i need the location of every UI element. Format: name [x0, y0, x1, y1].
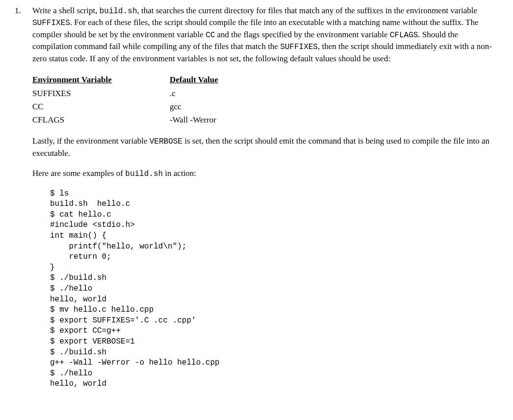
inline-code: SUFFIXES — [280, 43, 318, 51]
env-row: SUFFIXES .c — [32, 87, 498, 100]
text: and the flags specified by the environme… — [215, 30, 389, 39]
inline-code: VERBOSE — [150, 137, 182, 146]
env-default: .c — [170, 87, 498, 100]
inline-code: build.sh — [125, 170, 163, 178]
env-default: -Wall -Werror — [170, 113, 498, 126]
text: Write a shell script, — [32, 6, 100, 15]
text: Here are some examples of — [32, 169, 125, 178]
paragraph-3: Here are some examples of build.sh in ac… — [32, 168, 498, 179]
env-header-variable: Environment Variable — [32, 73, 170, 86]
env-header-default: Default Value — [170, 73, 498, 86]
env-row: CFLAGS -Wall -Werror — [32, 113, 498, 126]
env-name: CC — [32, 100, 170, 113]
code-example: $ ls build.sh hello.c $ cat hello.c #inc… — [50, 189, 498, 390]
env-name: CFLAGS — [32, 113, 170, 126]
inline-code: build.sh — [100, 7, 137, 16]
question-body: Write a shell script, build.sh, that sea… — [32, 5, 498, 390]
env-header-row: Environment Variable Default Value — [32, 73, 498, 86]
question-block: 1. Write a shell script, build.sh, that … — [15, 5, 498, 390]
paragraph-2: Lastly, if the environment variable VERB… — [32, 135, 498, 159]
inline-code: SUFFIXES — [32, 19, 70, 27]
inline-code: CFLAGS — [390, 31, 418, 40]
env-table: Environment Variable Default Value SUFFI… — [32, 73, 498, 126]
env-default: gcc — [170, 100, 498, 113]
text: Lastly, if the environment variable — [32, 136, 150, 146]
inline-code: CC — [205, 31, 215, 40]
paragraph-1: Write a shell script, build.sh, that sea… — [32, 5, 498, 64]
question-number: 1. — [15, 5, 32, 17]
env-row: CC gcc — [32, 100, 498, 113]
env-name: SUFFIXES — [32, 87, 170, 100]
text: in action: — [163, 169, 196, 178]
text: , that searches the current directory fo… — [137, 6, 478, 15]
